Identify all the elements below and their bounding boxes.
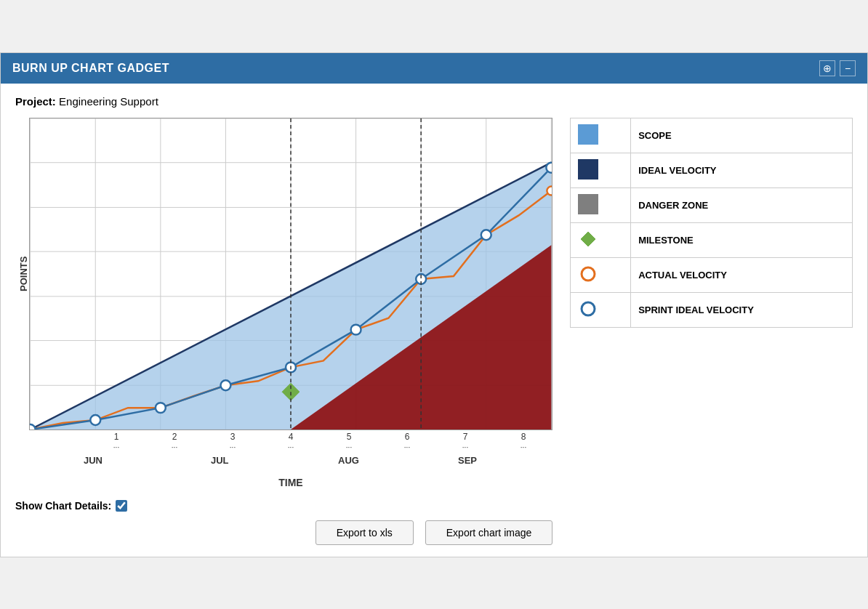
gadget-title: BURN UP CHART GADGET (12, 62, 169, 75)
sprint-1: 1··· (87, 432, 145, 452)
svg-point-51 (582, 267, 595, 281)
svg-point-34 (220, 380, 230, 390)
chart-and-x: 0 100 200 300 400 500 600 700 1··· 2··· … (29, 118, 552, 488)
show-details-label: Show Chart Details: (15, 500, 111, 512)
project-label: Project: Engineering Support (15, 95, 853, 108)
burn-up-chart: 0 100 200 300 400 500 600 700 (29, 118, 552, 430)
sprint-2: 2··· (145, 432, 204, 452)
sprint-ideal-velocity-swatch (578, 299, 598, 319)
project-name: Engineering Support (59, 95, 158, 108)
sprint-5: 5··· (320, 432, 378, 452)
collapse-button[interactable]: − (840, 60, 856, 76)
scope-swatch (578, 124, 598, 145)
sprint-number-row: 1··· 2··· 3··· 4··· 5··· 6··· 7··· 8··· (29, 432, 552, 452)
legend-table: SCOPE IDEAL VELOCITY DANGE (570, 118, 853, 328)
legend-sprint-label: SPRINT IDEAL VELOCITY (631, 292, 853, 327)
svg-point-36 (351, 324, 361, 334)
danger-zone-swatch (578, 194, 598, 214)
x-axis-label: TIME (29, 477, 552, 488)
project-prefix: Project: (15, 95, 56, 108)
gadget-body: Project: Engineering Support POINTS (1, 84, 867, 557)
move-button[interactable]: ⊕ (819, 60, 835, 76)
legend-ideal-swatch-cell (571, 153, 631, 187)
legend: SCOPE IDEAL VELOCITY DANGE (552, 118, 853, 488)
legend-actual-swatch-cell (571, 257, 631, 292)
actual-velocity-swatch (578, 264, 598, 284)
svg-point-52 (582, 302, 595, 315)
footer-area: Show Chart Details: Export to xls Export… (15, 488, 853, 545)
legend-milestone-label: MILESTONE (631, 222, 853, 257)
legend-actual-label: ACTUAL VELOCITY (631, 257, 853, 292)
svg-point-32 (90, 415, 100, 425)
legend-danger-swatch-cell (571, 187, 631, 222)
month-row: JUN JUL AUG SEP (29, 455, 552, 472)
ideal-velocity-swatch (578, 159, 598, 180)
sprint-3: 3··· (204, 432, 262, 452)
legend-scope: SCOPE (571, 118, 853, 153)
export-image-button[interactable]: Export chart image (425, 520, 553, 545)
gadget-container: BURN UP CHART GADGET ⊕ − Project: Engine… (0, 52, 868, 557)
legend-ideal-velocity: IDEAL VELOCITY (571, 153, 853, 187)
month-jul: JUL (211, 455, 229, 466)
show-details-checkbox[interactable] (116, 500, 127, 512)
month-sep: SEP (458, 455, 477, 466)
month-aug: AUG (338, 455, 359, 466)
svg-marker-50 (581, 232, 595, 246)
svg-point-39 (546, 162, 552, 172)
legend-ideal-label: IDEAL VELOCITY (631, 153, 853, 187)
sprint-8: 8··· (494, 432, 552, 452)
legend-milestone: MILESTONE (571, 222, 853, 257)
legend-scope-label: SCOPE (631, 118, 853, 153)
sprint-0 (29, 432, 87, 452)
legend-actual-velocity: ACTUAL VELOCITY (571, 257, 853, 292)
svg-point-38 (481, 230, 491, 240)
show-details-row: Show Chart Details: (15, 500, 127, 512)
legend-sprint-swatch-cell (571, 292, 631, 327)
sprint-6: 6··· (378, 432, 436, 452)
legend-scope-swatch-cell (571, 118, 631, 153)
sprint-4: 4··· (262, 432, 320, 452)
svg-point-31 (29, 424, 36, 430)
legend-sprint-ideal: SPRINT IDEAL VELOCITY (571, 292, 853, 327)
svg-point-30 (547, 186, 552, 195)
month-jun: JUN (84, 455, 103, 466)
chart-area: POINTS (15, 118, 853, 488)
buttons-row: Export to xls Export chart image (15, 520, 853, 545)
y-axis-label: POINTS (15, 118, 29, 430)
legend-milestone-swatch-cell (571, 222, 631, 257)
sprint-7: 7··· (436, 432, 494, 452)
legend-danger-zone: DANGER ZONE (571, 187, 853, 222)
header-controls: ⊕ − (819, 60, 856, 76)
gadget-header: BURN UP CHART GADGET ⊕ − (1, 53, 867, 84)
svg-point-33 (156, 403, 166, 413)
export-xls-button[interactable]: Export to xls (316, 520, 414, 545)
legend-danger-label: DANGER ZONE (631, 187, 853, 222)
milestone-swatch (578, 229, 598, 249)
